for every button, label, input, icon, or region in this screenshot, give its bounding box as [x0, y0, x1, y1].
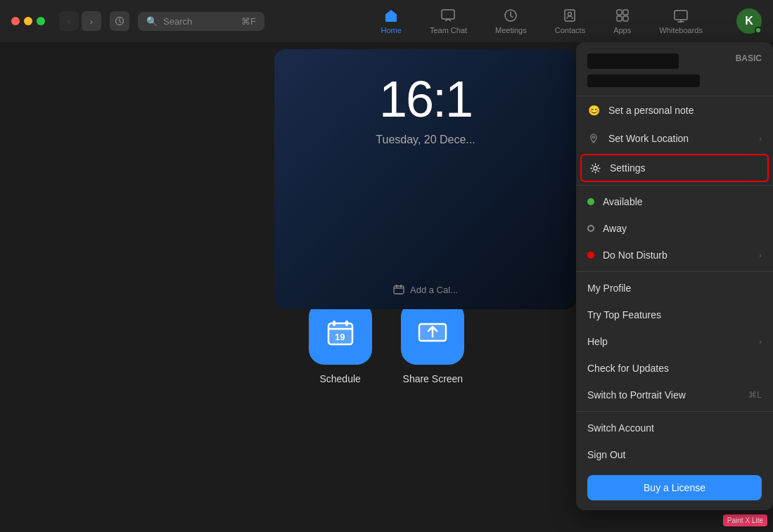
minimize-button[interactable]: [24, 17, 32, 25]
status-dot: [755, 27, 762, 34]
portrait-view-item[interactable]: Switch to Portrait View ⌘L: [576, 382, 773, 408]
dropdown-menu: BASIC 😊 Set a personal note Set Work Loc…: [576, 42, 773, 510]
svg-rect-7: [617, 16, 622, 21]
tab-whiteboards[interactable]: Whiteboards: [645, 2, 717, 40]
forward-button[interactable]: ›: [82, 11, 101, 31]
work-location-item[interactable]: Set Work Location ›: [576, 124, 773, 153]
buy-license-button[interactable]: Buy a License: [587, 475, 762, 500]
svg-point-4: [568, 13, 572, 16]
svg-rect-9: [675, 11, 687, 20]
nav-arrows: ‹ ›: [59, 11, 101, 31]
nav-tabs: Home Team Chat Meetings Contacts: [367, 2, 717, 40]
add-calendar-button[interactable]: Add a Cal...: [393, 284, 458, 295]
clock-date: Tuesday, 20 Dece...: [376, 134, 475, 146]
svg-rect-1: [442, 10, 454, 19]
svg-rect-5: [617, 10, 622, 15]
away-dot: [587, 225, 594, 232]
dnd-dot: [587, 252, 594, 259]
svg-rect-13: [345, 320, 348, 326]
back-button[interactable]: ‹: [59, 11, 79, 31]
search-icon: 🔍: [146, 16, 158, 27]
settings-item[interactable]: Settings: [580, 154, 769, 182]
divider-1: [576, 185, 773, 186]
available-dot: [587, 198, 594, 205]
tab-contacts[interactable]: Contacts: [541, 2, 599, 40]
share-screen-item[interactable]: Share Screen: [401, 301, 466, 384]
svg-point-20: [594, 167, 597, 170]
portrait-shortcut: ⌘L: [748, 390, 762, 400]
switch-account-item[interactable]: Switch Account: [576, 415, 773, 441]
sign-out-item[interactable]: Sign Out: [576, 441, 773, 468]
schedule-icon: 19: [309, 301, 372, 365]
tab-home[interactable]: Home: [367, 2, 416, 40]
my-profile-item[interactable]: My Profile: [576, 275, 773, 301]
calendar-widget: 16:1 Tuesday, 20 Dece... Add a Cal...: [274, 49, 577, 309]
main-content: New Meeting ▾ Join: [0, 42, 773, 532]
userstatus-bar: [587, 74, 700, 87]
divider-3: [576, 411, 773, 412]
titlebar: ‹ › 🔍 Search ⌘F Home Team Chat: [0, 0, 773, 42]
svg-point-19: [593, 136, 595, 138]
traffic-lights: [11, 17, 45, 25]
share-screen-label: Share Screen: [403, 373, 464, 384]
username-bar: [587, 53, 679, 69]
close-button[interactable]: [11, 17, 20, 25]
tab-teamchat[interactable]: Team Chat: [416, 2, 481, 40]
search-label: Search: [163, 16, 192, 27]
check-updates-item[interactable]: Check for Updates: [576, 355, 773, 382]
watermark: Paint X Lite: [723, 514, 767, 526]
divider-2: [576, 271, 773, 272]
help-item[interactable]: Help ›: [576, 328, 773, 355]
search-bar[interactable]: 🔍 Search ⌘F: [138, 12, 264, 31]
history-button[interactable]: [110, 11, 129, 31]
chevron-right-icon: ›: [759, 134, 762, 143]
dropdown-header: BASIC: [576, 42, 773, 96]
svg-rect-12: [333, 320, 336, 326]
status-away-item[interactable]: Away: [576, 215, 773, 242]
tab-meetings[interactable]: Meetings: [481, 2, 541, 40]
chevron-right-icon-help: ›: [759, 337, 762, 346]
svg-rect-18: [400, 285, 402, 287]
status-available-item[interactable]: Available: [576, 188, 773, 215]
svg-rect-16: [394, 286, 404, 294]
svg-rect-17: [396, 285, 397, 287]
schedule-item[interactable]: 19 Schedule: [308, 301, 373, 384]
schedule-label: Schedule: [319, 373, 360, 384]
svg-rect-8: [623, 16, 628, 21]
clock-time: 16:1: [379, 70, 472, 128]
chevron-right-icon-dnd: ›: [759, 251, 762, 259]
tab-apps[interactable]: Apps: [599, 2, 645, 40]
svg-text:19: 19: [335, 332, 345, 342]
top-features-item[interactable]: Try Top Features: [576, 301, 773, 328]
share-screen-icon: [401, 301, 464, 365]
location-icon: [587, 132, 600, 145]
basic-badge: BASIC: [736, 53, 762, 63]
avatar[interactable]: K: [736, 8, 762, 34]
personal-note-item[interactable]: 😊 Set a personal note: [576, 96, 773, 124]
smile-icon: 😊: [587, 104, 600, 117]
svg-rect-6: [623, 10, 628, 15]
status-dnd-item[interactable]: Do Not Disturb ›: [576, 242, 773, 268]
gear-icon: [589, 162, 601, 174]
search-shortcut: ⌘F: [241, 16, 256, 27]
maximize-button[interactable]: [37, 17, 45, 25]
